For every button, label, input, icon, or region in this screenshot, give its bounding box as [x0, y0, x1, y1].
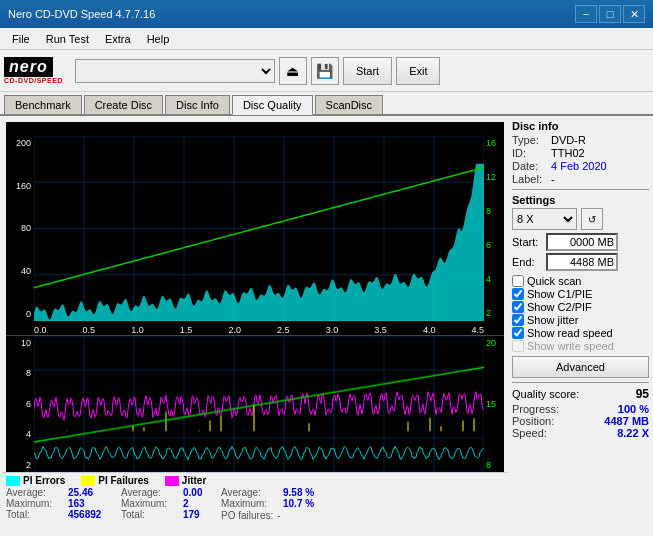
bot-y-right-2: 8 — [486, 460, 502, 470]
quick-scan-checkbox[interactable] — [512, 275, 524, 287]
right-panel: Disc info Type: DVD-R ID: TTH02 Date: 4 … — [508, 116, 653, 536]
top-x-0: 0.0 — [34, 325, 47, 335]
chart-title: recorded with ASUS DRW-24F1ST b — [6, 123, 270, 134]
bot-y-left-2: 6 — [9, 399, 31, 409]
show-c2pif-checkbox[interactable] — [512, 301, 524, 313]
end-label: End: — [512, 256, 542, 268]
refresh-icon-button[interactable]: ↺ — [581, 208, 603, 230]
type-row: Type: DVD-R — [512, 134, 649, 146]
settings-section: Settings 8 X ↺ Start: End: Quick scan — [512, 194, 649, 378]
progress-row: Progress: 100 % — [512, 403, 649, 415]
show-c1pie-row: Show C1/PIE — [512, 288, 649, 300]
quality-score-value: 95 — [636, 387, 649, 401]
jitter-avg-label: Average: — [221, 487, 279, 498]
jitter-label: Jitter — [182, 475, 206, 486]
show-read-speed-label: Show read speed — [527, 327, 613, 339]
top-y-left-3: 40 — [9, 266, 31, 276]
maximize-button[interactable]: □ — [599, 5, 621, 23]
quick-scan-row: Quick scan — [512, 275, 649, 287]
top-chart-canvas — [34, 136, 484, 321]
pie-stats: Average: 25.46 Maximum: 163 Total: 45689… — [6, 487, 121, 521]
jitter-max-label: Maximum: — [221, 498, 279, 509]
end-input[interactable] — [546, 253, 618, 271]
pif-total-value: 179 — [183, 509, 200, 520]
bottom-chart: 10 8 6 4 2 20 15 8 0.0 — [6, 336, 504, 473]
date-row: Date: 4 Feb 2020 — [512, 160, 649, 172]
bot-y-left-4: 2 — [9, 460, 31, 470]
top-x-1: 0.5 — [83, 325, 96, 335]
position-label: Position: — [512, 415, 554, 427]
pi-errors-color-swatch — [6, 476, 20, 486]
id-label: ID: — [512, 147, 547, 159]
tab-createdisc[interactable]: Create Disc — [84, 95, 163, 114]
quality-section: Quality score: 95 Progress: 100 % Positi… — [512, 387, 649, 439]
minimize-button[interactable]: − — [575, 5, 597, 23]
quality-score-label: Quality score: — [512, 388, 579, 400]
show-c2pif-row: Show C2/PIF — [512, 301, 649, 313]
titlebar: Nero CD-DVD Speed 4.7.7.16 − □ ✕ — [0, 0, 653, 28]
menu-help[interactable]: Help — [139, 31, 178, 47]
pie-max-value: 163 — [68, 498, 85, 509]
pif-max-label: Maximum: — [121, 498, 179, 509]
disc-info-section: Disc info Type: DVD-R ID: TTH02 Date: 4 … — [512, 120, 649, 185]
top-y-right-2: 8 — [486, 206, 502, 216]
tab-benchmark[interactable]: Benchmark — [4, 95, 82, 114]
top-y-left-2: 80 — [9, 223, 31, 233]
bot-y-right-1: 15 — [486, 399, 502, 409]
tab-discinfo[interactable]: Disc Info — [165, 95, 230, 114]
disc-info-title: Disc info — [512, 120, 649, 132]
start-label: Start: — [512, 236, 542, 248]
pie-total-label: Total: — [6, 509, 64, 520]
pif-stats: Average: 0.00 Maximum: 2 Total: 179 — [121, 487, 221, 521]
progress-value: 100 % — [618, 403, 649, 415]
top-x-6: 3.0 — [326, 325, 339, 335]
start-button[interactable]: Start — [343, 57, 392, 85]
top-y-left-4: 0 — [9, 309, 31, 319]
top-y-right-0: 16 — [486, 138, 502, 148]
menu-file[interactable]: File — [4, 31, 38, 47]
top-x-8: 4.0 — [423, 325, 436, 335]
show-write-speed-checkbox[interactable] — [512, 340, 524, 352]
top-x-5: 2.5 — [277, 325, 290, 335]
disc-label-value: - — [551, 173, 555, 185]
speed-select[interactable]: 8 X — [512, 208, 577, 230]
save-icon-button[interactable]: 💾 — [311, 57, 339, 85]
disc-label-label: Label: — [512, 173, 547, 185]
advanced-button[interactable]: Advanced — [512, 356, 649, 378]
top-y-left-0: 200 — [9, 138, 31, 148]
show-c1pie-checkbox[interactable] — [512, 288, 524, 300]
show-jitter-checkbox[interactable] — [512, 314, 524, 326]
pie-avg-value: 25.46 — [68, 487, 93, 498]
titlebar-controls: − □ ✕ — [575, 5, 645, 23]
jitter-color-swatch — [165, 476, 179, 486]
top-y-right-3: 6 — [486, 240, 502, 250]
drive-select[interactable]: [0:0] ATAPI iHAS124 B AL0S — [75, 59, 275, 83]
exit-button[interactable]: Exit — [396, 57, 440, 85]
date-label: Date: — [512, 160, 547, 172]
jitter-avg-value: 9.58 % — [283, 487, 314, 498]
label-row: Label: - — [512, 173, 649, 185]
menu-runtest[interactable]: Run Test — [38, 31, 97, 47]
type-value: DVD-R — [551, 134, 586, 146]
position-value: 4487 MB — [604, 415, 649, 427]
pie-max-label: Maximum: — [6, 498, 64, 509]
top-y-right-1: 12 — [486, 172, 502, 182]
speed-value: 8.22 X — [617, 427, 649, 439]
top-chart: 200 160 80 40 0 16 12 8 6 4 2 — [6, 136, 504, 336]
menu-extra[interactable]: Extra — [97, 31, 139, 47]
tab-scandisc[interactable]: ScanDisc — [315, 95, 383, 114]
toolbar: nero CD-DVD/SPEED [0:0] ATAPI iHAS124 B … — [0, 50, 653, 92]
top-y-right-5: 2 — [486, 308, 502, 318]
show-read-speed-row: Show read speed — [512, 327, 649, 339]
progress-label: Progress: — [512, 403, 559, 415]
pi-failures-label: PI Failures — [98, 475, 149, 486]
end-row: End: — [512, 253, 649, 271]
eject-icon-button[interactable]: ⏏ — [279, 57, 307, 85]
start-input[interactable] — [546, 233, 618, 251]
jitter-max-value: 10.7 % — [283, 498, 314, 509]
show-read-speed-checkbox[interactable] — [512, 327, 524, 339]
position-row: Position: 4487 MB — [512, 415, 649, 427]
close-button[interactable]: ✕ — [623, 5, 645, 23]
jitter-stats: Average: 9.58 % Maximum: 10.7 % PO failu… — [221, 487, 341, 521]
tab-discquality[interactable]: Disc Quality — [232, 95, 313, 115]
